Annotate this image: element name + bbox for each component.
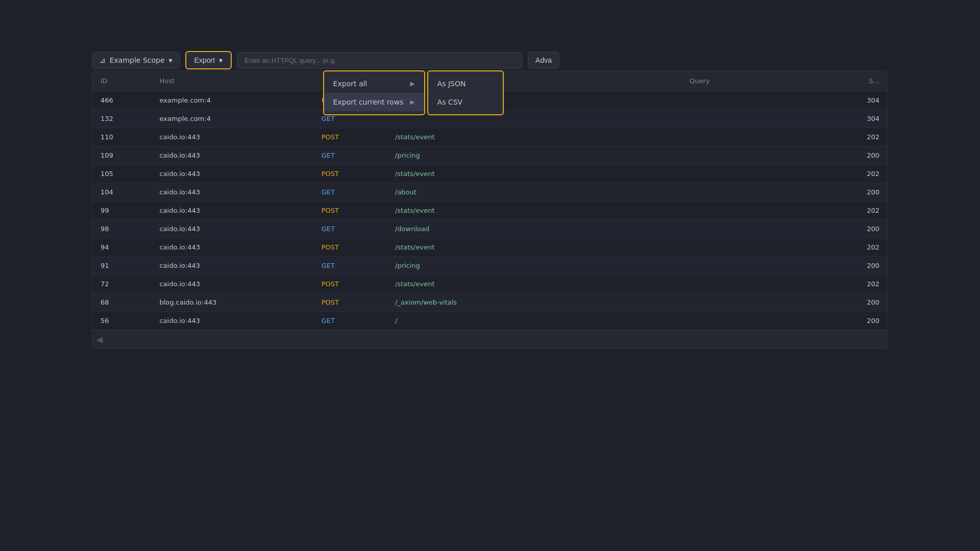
chevron-down-icon: ▾ — [169, 56, 173, 64]
cell-path: /stats/event — [387, 238, 681, 257]
export-current-rows-item[interactable]: Export current rows ▶ — [324, 93, 424, 111]
export-dropdown: Export all ▶ Export current rows ▶ As JS… — [323, 70, 504, 115]
export-current-rows-label: Export current rows — [333, 98, 404, 106]
cell-host: example.com:4 — [151, 91, 313, 110]
cell-path: /about — [387, 183, 681, 202]
cell-query — [681, 257, 829, 275]
filter-icon: ⊿ — [100, 56, 106, 64]
cell-id: 98 — [92, 220, 151, 238]
table-row[interactable]: 105 caido.io:443 POST /stats/event 202 — [92, 165, 888, 183]
cell-query — [681, 128, 829, 146]
cell-host: caido.io:443 — [151, 257, 313, 275]
cell-query — [681, 312, 829, 330]
cell-host: example.com:4 — [151, 110, 313, 128]
cell-method: GET — [313, 220, 387, 238]
cell-id: 99 — [92, 202, 151, 220]
cell-method: POST — [313, 238, 387, 257]
main-container: ⊿ Example Scope ▾ Export ▾ Export all ▶ — [0, 0, 980, 349]
cell-query — [681, 275, 829, 293]
table-row[interactable]: 72 caido.io:443 POST /stats/event 202 — [92, 275, 888, 293]
cell-method: POST — [313, 165, 387, 183]
as-json-label: As JSON — [437, 80, 466, 88]
cell-id: 72 — [92, 275, 151, 293]
cell-status: 200 — [829, 146, 888, 165]
cell-status: 200 — [829, 220, 888, 238]
cell-id: 132 — [92, 110, 151, 128]
cell-path: /pricing — [387, 257, 681, 275]
cell-query — [681, 202, 829, 220]
scope-selector[interactable]: ⊿ Example Scope ▾ — [92, 52, 180, 69]
cell-status: 304 — [829, 110, 888, 128]
cell-status: 200 — [829, 293, 888, 312]
cell-method: GET — [313, 183, 387, 202]
advanced-button[interactable]: Adva — [528, 52, 559, 69]
cell-id: 110 — [92, 128, 151, 146]
cell-method: POST — [313, 275, 387, 293]
toolbar: ⊿ Example Scope ▾ Export ▾ Export all ▶ — [92, 51, 888, 69]
export-label: Export — [194, 56, 215, 64]
cell-status: 202 — [829, 128, 888, 146]
cell-query — [681, 220, 829, 238]
cell-host: caido.io:443 — [151, 128, 313, 146]
cell-host: caido.io:443 — [151, 312, 313, 330]
search-container — [237, 52, 523, 69]
table-row[interactable]: 94 caido.io:443 POST /stats/event 202 — [92, 238, 888, 257]
table-row[interactable]: 91 caido.io:443 GET /pricing 200 — [92, 257, 888, 275]
cell-query — [681, 293, 829, 312]
cell-query — [681, 165, 829, 183]
cell-path: / — [387, 312, 681, 330]
cell-status: 202 — [829, 202, 888, 220]
cell-query — [681, 91, 829, 110]
table-row[interactable]: 68 blog.caido.io:443 POST /_axiom/web-vi… — [92, 293, 888, 312]
cell-host: caido.io:443 — [151, 238, 313, 257]
export-button[interactable]: Export ▾ — [185, 51, 232, 69]
cell-host: caido.io:443 — [151, 183, 313, 202]
scroll-left-icon[interactable]: ◀ — [92, 333, 107, 346]
cell-path: /stats/event — [387, 275, 681, 293]
cell-path: /_axiom/web-vitals — [387, 293, 681, 312]
table-row[interactable]: 99 caido.io:443 POST /stats/event 202 — [92, 202, 888, 220]
cell-host: blog.caido.io:443 — [151, 293, 313, 312]
cell-path: /download — [387, 220, 681, 238]
col-header-host: Host — [151, 71, 313, 91]
cell-id: 94 — [92, 238, 151, 257]
cell-query — [681, 110, 829, 128]
cell-status: 200 — [829, 257, 888, 275]
table-row[interactable]: 110 caido.io:443 POST /stats/event 202 — [92, 128, 888, 146]
cell-path: /stats/event — [387, 165, 681, 183]
export-all-label: Export all — [333, 80, 368, 88]
search-input[interactable] — [244, 57, 515, 64]
cell-host: caido.io:443 — [151, 202, 313, 220]
chevron-down-icon: ▾ — [219, 56, 223, 64]
cell-id: 68 — [92, 293, 151, 312]
cell-host: caido.io:443 — [151, 275, 313, 293]
table-row[interactable]: 104 caido.io:443 GET /about 200 — [92, 183, 888, 202]
cell-query — [681, 238, 829, 257]
cell-query — [681, 183, 829, 202]
cell-status: 200 — [829, 183, 888, 202]
cell-method: POST — [313, 202, 387, 220]
cell-method: GET — [313, 257, 387, 275]
table-row[interactable]: 98 caido.io:443 GET /download 200 — [92, 220, 888, 238]
table-row[interactable]: 109 caido.io:443 GET /pricing 200 — [92, 146, 888, 165]
cell-status: 202 — [829, 275, 888, 293]
export-all-item[interactable]: Export all ▶ — [324, 74, 424, 93]
scope-label: Example Scope — [110, 56, 165, 64]
cell-path: /stats/event — [387, 202, 681, 220]
cell-method: POST — [313, 293, 387, 312]
cell-id: 466 — [92, 91, 151, 110]
col-header-query: Query — [681, 71, 829, 91]
cell-path: /stats/event — [387, 128, 681, 146]
cell-status: 202 — [829, 165, 888, 183]
col-header-id: ID — [92, 71, 151, 91]
cell-path: /pricing — [387, 146, 681, 165]
scroll-bar: ◀ — [92, 330, 888, 348]
export-menu: Export all ▶ Export current rows ▶ — [323, 70, 425, 115]
cell-method: POST — [313, 128, 387, 146]
cell-id: 105 — [92, 165, 151, 183]
as-json-item[interactable]: As JSON — [428, 74, 503, 93]
as-csv-item[interactable]: As CSV — [428, 93, 503, 111]
cell-host: caido.io:443 — [151, 146, 313, 165]
cell-host: caido.io:443 — [151, 220, 313, 238]
table-row[interactable]: 56 caido.io:443 GET / 200 — [92, 312, 888, 330]
